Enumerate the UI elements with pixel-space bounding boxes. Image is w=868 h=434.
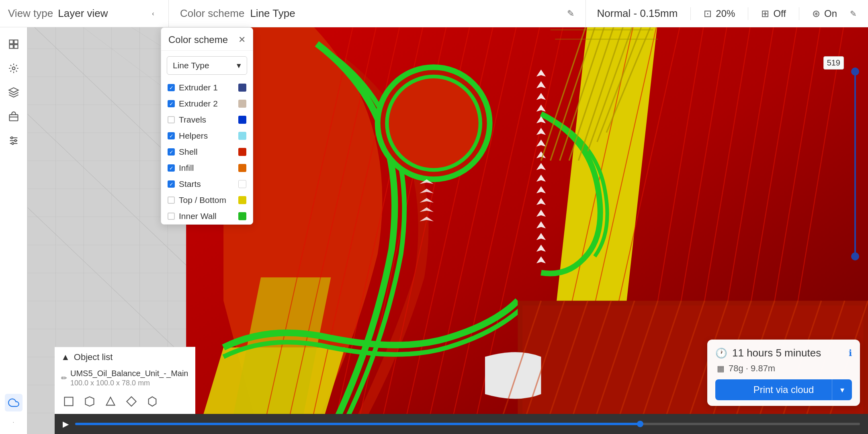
slider-fill — [75, 423, 640, 425]
slider-thumb[interactable] — [637, 421, 643, 427]
scheme-item-infill[interactable]: Infill — [161, 160, 253, 176]
svg-rect-0 — [9, 40, 13, 44]
back-button[interactable]: ‹ — [146, 6, 160, 21]
svg-marker-99 — [127, 397, 136, 406]
scheme-label-travels: Travels — [179, 115, 234, 125]
scheme-item-helpers[interactable]: Helpers — [161, 128, 253, 144]
object-list-item[interactable]: ✏ UMS5_Oil_Balance_Unit_-_Main 100.0 x 1… — [61, 366, 189, 390]
dialog-close-button[interactable]: ✕ — [238, 35, 246, 44]
shape-diamond-button[interactable] — [124, 394, 139, 409]
clock-icon: 🕐 — [715, 348, 727, 359]
toolbar: View type Layer view ‹ Color scheme Line… — [0, 0, 868, 27]
layer-slider-track — [854, 68, 856, 260]
support-item[interactable]: ⊞ Off — [761, 8, 786, 19]
scheme-label-infill: Infill — [179, 163, 234, 173]
scheme-checkbox-topbottom[interactable] — [168, 197, 175, 204]
scheme-label-shell: Shell — [179, 147, 234, 157]
scheme-item-topbottom[interactable]: Top / Bottom — [161, 192, 253, 208]
support-icon: ⊞ — [761, 8, 769, 19]
svg-marker-98 — [106, 397, 115, 405]
view-type-section: View type Layer view ‹ — [0, 0, 169, 27]
separator3 — [799, 7, 799, 20]
sidebar-item-cubes[interactable] — [5, 35, 23, 53]
print-stats: 78g · 9.87m — [729, 363, 775, 374]
object-edit-icon: ✏ — [61, 374, 67, 383]
color-scheme-dialog: Color scheme ✕ Line Type ▾ Extruder 1Ext… — [161, 27, 253, 225]
svg-point-12 — [12, 143, 14, 145]
collapse-icon[interactable]: ▲ — [61, 352, 70, 362]
scheme-label-topbottom: Top / Bottom — [179, 195, 234, 205]
support-value: Off — [773, 8, 786, 19]
scheme-item-innerwall[interactable]: Inner Wall — [161, 208, 253, 224]
sidebar-item-cloud[interactable] — [5, 394, 23, 411]
fan-value: On — [824, 8, 837, 19]
separator2 — [748, 7, 748, 20]
scheme-checkbox-starts[interactable] — [168, 180, 175, 188]
layer-progress-slider[interactable] — [75, 423, 860, 425]
scheme-items-list: Extruder 1Extruder 2TravelsHelpersShellI… — [161, 80, 253, 224]
info-icon[interactable]: ℹ — [849, 348, 852, 358]
scheme-item-starts[interactable]: Starts — [161, 176, 253, 192]
scheme-checkbox-infill[interactable] — [168, 164, 175, 172]
shape-box-button[interactable] — [82, 394, 97, 409]
view-type-value: Layer view — [58, 7, 108, 20]
play-button[interactable]: ▶ — [63, 419, 69, 429]
scheme-item-extruder1[interactable]: Extruder 1 — [161, 80, 253, 96]
scheme-label-extruder2: Extruder 2 — [179, 99, 234, 108]
color-scheme-label: Color scheme — [180, 7, 244, 20]
fan-icon: ⊛ — [812, 8, 820, 19]
scheme-color-extruder2 — [238, 100, 246, 108]
scheme-checkbox-innerwall[interactable] — [168, 213, 175, 220]
dropdown-value: Line Type — [173, 61, 209, 70]
profile-name: Normal - 0.15mm — [597, 7, 678, 20]
print-button-dropdown[interactable]: ▾ — [832, 379, 852, 400]
toolbar-right: Normal - 0.15mm ⊡ 20% ⊞ Off ⊛ On ✎ — [586, 0, 868, 27]
scheme-color-topbottom — [238, 196, 246, 204]
scheme-checkbox-extruder2[interactable] — [168, 100, 175, 107]
sidebar-item-layer[interactable] — [5, 84, 23, 101]
shape-hex-button[interactable] — [145, 394, 160, 409]
opacity-item[interactable]: ⊡ 20% — [704, 8, 735, 19]
color-scheme-edit-button[interactable]: ✎ — [567, 8, 574, 19]
fan-edit-button[interactable]: ✎ — [850, 9, 857, 18]
line-type-dropdown[interactable]: Line Type ▾ — [167, 56, 247, 75]
print-cloud-button[interactable]: Print via cloud ▾ — [715, 379, 852, 400]
layer-slider[interactable]: 519 — [850, 59, 860, 268]
canvas-area[interactable]: 519 🕐 11 hours 5 minutes ℹ ▦ 78g · 9.87m… — [27, 27, 868, 434]
scheme-checkbox-travels[interactable] — [168, 116, 175, 123]
sidebar-item-settings[interactable] — [5, 59, 23, 77]
sidebar-item-objects[interactable] — [5, 108, 23, 125]
print-button-label: Print via cloud — [715, 384, 852, 395]
svg-marker-100 — [149, 397, 156, 406]
print-time-value: 11 hours 5 minutes — [732, 347, 844, 359]
view-type-label: View type — [8, 7, 53, 20]
svg-point-10 — [11, 137, 13, 139]
scheme-item-extruder2[interactable]: Extruder 2 — [161, 96, 253, 112]
fan-item[interactable]: ⊛ On — [812, 8, 837, 19]
object-name: UMS5_Oil_Balance_Unit_-_Main — [70, 369, 188, 378]
scheme-label-extruder1: Extruder 1 — [179, 83, 234, 92]
scheme-item-travels[interactable]: Travels — [161, 112, 253, 128]
shape-triangle-button[interactable] — [103, 394, 118, 409]
scheme-item-shell[interactable]: Shell — [161, 144, 253, 160]
shape-cube-button[interactable] — [61, 394, 76, 409]
object-list-header: ▲ Object list — [61, 352, 189, 362]
scheme-color-extruder1 — [238, 84, 246, 92]
print-time-row: 🕐 11 hours 5 minutes ℹ — [715, 347, 852, 359]
color-scheme-section: Color scheme Line Type ✎ — [169, 0, 586, 27]
layer-number-badge: 519 — [823, 56, 844, 70]
svg-rect-2 — [9, 45, 13, 48]
sidebar-divider: · — [13, 418, 14, 426]
print-info-panel: 🕐 11 hours 5 minutes ℹ ▦ 78g · 9.87m Pri… — [707, 340, 860, 406]
layer-slider-top-thumb[interactable] — [851, 68, 859, 76]
opacity-icon: ⊡ — [704, 8, 712, 19]
scheme-checkbox-extruder1[interactable] — [168, 84, 175, 91]
scheme-checkbox-helpers[interactable] — [168, 132, 175, 139]
scheme-checkbox-shell[interactable] — [168, 148, 175, 156]
filament-icon: ▦ — [717, 364, 725, 373]
scheme-label-innerwall: Inner Wall — [179, 211, 234, 221]
sidebar-item-adjust[interactable] — [5, 132, 23, 149]
svg-rect-97 — [65, 397, 73, 406]
svg-rect-3 — [14, 45, 18, 48]
layer-slider-bottom-thumb[interactable] — [851, 252, 859, 260]
